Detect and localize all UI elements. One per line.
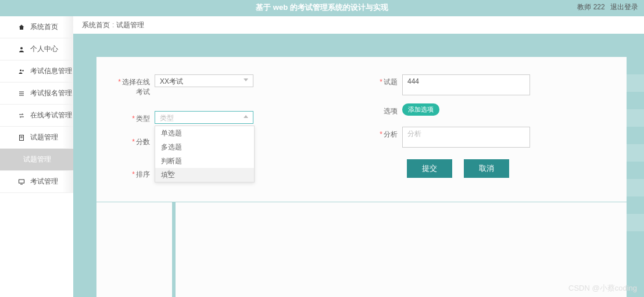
submit-button[interactable]: 提交 bbox=[407, 159, 452, 178]
sidebar-item-label: 考试信息管理 bbox=[30, 66, 72, 76]
users-icon bbox=[17, 67, 26, 76]
list-icon bbox=[17, 90, 26, 98]
type-option-single[interactable]: 单选题 bbox=[155, 126, 254, 140]
analysis-input[interactable]: 分析 bbox=[402, 127, 530, 148]
sidebar-item-online-exam[interactable]: 在线考试管理 bbox=[0, 105, 73, 127]
cancel-button[interactable]: 取消 bbox=[464, 159, 509, 178]
button-row: 提交 取消 bbox=[407, 159, 609, 178]
breadcrumb-sep: : bbox=[112, 21, 114, 29]
sidebar-sub-question[interactable]: 试题管理 bbox=[0, 149, 73, 171]
home-icon bbox=[17, 23, 26, 31]
type-select[interactable]: 类型 单选题 多选题 判断题 填空 bbox=[155, 111, 253, 124]
svg-rect-9 bbox=[19, 180, 24, 183]
type-label: *类型 bbox=[114, 111, 155, 124]
doc-icon bbox=[17, 134, 26, 142]
type-option-multi[interactable]: 多选题 bbox=[155, 140, 254, 154]
exchange-icon bbox=[17, 112, 26, 120]
question-input[interactable]: 444 bbox=[402, 74, 530, 95]
sidebar-item-label: 在线考试管理 bbox=[30, 110, 72, 120]
options-label: 选项 bbox=[362, 103, 402, 116]
exam-label: *选择在线考试 bbox=[114, 74, 155, 97]
content-area: 系统首页 : 试题管理 *选择在线考试 XX考试 *类型 bbox=[73, 16, 644, 297]
form-right-col: *试题 444 选项 添加选项 *分析 分析 bbox=[362, 74, 609, 190]
sidebar-item-label: 试题管理 bbox=[30, 133, 58, 142]
watermark: CSDN @小蔡coding bbox=[568, 283, 637, 294]
user-icon bbox=[17, 45, 26, 53]
analysis-label: *分析 bbox=[362, 127, 402, 139]
sidebar-item-label: 个人中心 bbox=[30, 44, 58, 54]
type-option-fill[interactable]: 填空 bbox=[155, 168, 254, 182]
svg-point-11 bbox=[168, 171, 170, 174]
order-label: *排序 bbox=[114, 167, 155, 180]
chevron-down-icon bbox=[244, 78, 248, 81]
sidebar-item-home[interactable]: 系统首页 bbox=[0, 16, 73, 38]
logout-link[interactable]: 退出登录 bbox=[610, 3, 638, 11]
header: 基于 web 的考试管理系统的设计与实现 教师 222 退出登录 bbox=[0, 0, 644, 16]
bg-decoration bbox=[627, 57, 644, 231]
svg-point-1 bbox=[20, 69, 22, 71]
header-user-area: 教师 222 退出登录 bbox=[574, 2, 638, 12]
type-placeholder: 类型 bbox=[160, 114, 174, 122]
form-panel: *选择在线考试 XX考试 *类型 类型 单选题 bbox=[96, 57, 627, 202]
lower-left-panel bbox=[96, 202, 172, 297]
sidebar-item-label: 考试报名管理 bbox=[30, 88, 72, 98]
breadcrumb-root[interactable]: 系统首页 bbox=[82, 20, 110, 30]
add-option-button[interactable]: 添加选项 bbox=[402, 103, 439, 116]
exam-select[interactable]: XX考试 bbox=[155, 74, 253, 87]
sidebar-item-label: 考试管理 bbox=[30, 177, 58, 187]
form-left-col: *选择在线考试 XX考试 *类型 类型 单选题 bbox=[114, 74, 362, 190]
monitor-icon bbox=[17, 178, 26, 186]
svg-point-2 bbox=[22, 70, 24, 71]
sidebar-item-exam-mgmt[interactable]: 考试管理 bbox=[0, 171, 73, 193]
lower-right-panel bbox=[176, 202, 627, 297]
breadcrumb: 系统首页 : 试题管理 bbox=[73, 16, 644, 34]
svg-point-0 bbox=[20, 47, 23, 49]
sidebar-item-question-mgmt[interactable]: 试题管理 bbox=[0, 127, 73, 149]
lower-panel bbox=[96, 202, 627, 297]
breadcrumb-current: 试题管理 bbox=[116, 20, 144, 30]
sidebar: 系统首页 个人中心 考试信息管理 考试报名管理 在线考试管理 试题管理 试题管理… bbox=[0, 16, 73, 297]
question-label: *试题 bbox=[362, 74, 402, 87]
type-dropdown: 单选题 多选题 判断题 填空 bbox=[155, 126, 255, 183]
sidebar-item-exam-signup[interactable]: 考试报名管理 bbox=[0, 83, 73, 105]
user-label: 教师 222 bbox=[577, 3, 604, 11]
sidebar-item-personal[interactable]: 个人中心 bbox=[0, 38, 73, 60]
chevron-up-icon bbox=[244, 115, 248, 118]
sidebar-item-label: 系统首页 bbox=[30, 22, 58, 32]
score-label: *分数 bbox=[114, 134, 155, 147]
sidebar-item-label: 试题管理 bbox=[23, 155, 51, 164]
type-option-judge[interactable]: 判断题 bbox=[155, 154, 254, 168]
cursor-icon bbox=[167, 169, 174, 177]
exam-select-value: XX考试 bbox=[160, 77, 183, 85]
sidebar-item-exam-info[interactable]: 考试信息管理 bbox=[0, 60, 73, 83]
page-title: 基于 web 的考试管理系统的设计与实现 bbox=[256, 2, 388, 13]
